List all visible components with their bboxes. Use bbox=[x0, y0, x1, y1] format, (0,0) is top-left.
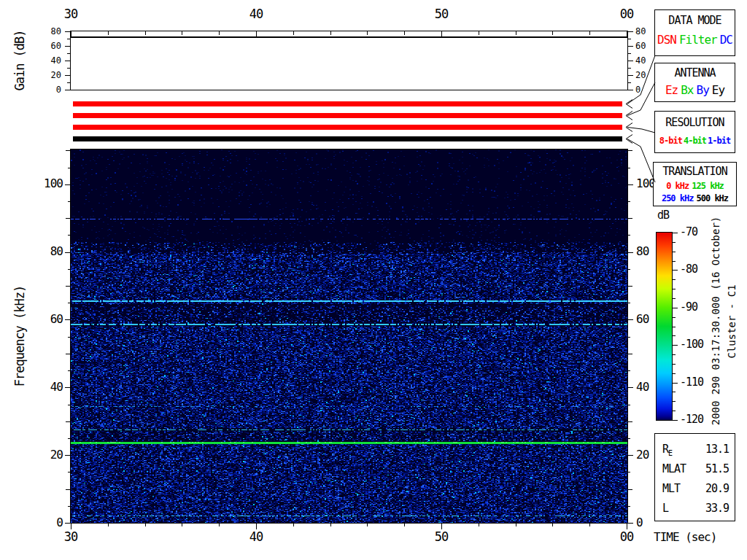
orbit-row-mlat: MLAT 51.5 bbox=[662, 464, 729, 478]
option-4bit: 4-bit bbox=[684, 136, 706, 145]
freq-ytick-label-left: 40 bbox=[29, 381, 63, 393]
orbit-value: 33.9 bbox=[705, 503, 729, 518]
translation-options-row1: 0 kHz125 kHz bbox=[654, 182, 736, 190]
top-xtick-label: 50 bbox=[435, 8, 448, 20]
antenna-options: EzBxByEy bbox=[655, 85, 735, 96]
colorbar-tick-label: -80 bbox=[680, 264, 697, 275]
colorbar-title: dB bbox=[657, 210, 669, 221]
top-xtick-label: 40 bbox=[249, 8, 263, 20]
freq-ytick-label-left: 60 bbox=[29, 314, 63, 325]
colorbar-tick-label: -120 bbox=[680, 414, 703, 425]
orbit-info-box: RE 13.1 MLAT 51.5 MLT 20.9 L 33.9 bbox=[654, 433, 735, 521]
gain-ytick-label-left: 80 bbox=[38, 27, 61, 36]
gain-ytick-label-left: 60 bbox=[38, 42, 61, 50]
orbit-label: MLT bbox=[662, 482, 680, 495]
gain-ytick-label-left: 0 bbox=[38, 85, 61, 94]
gain-panel bbox=[70, 31, 628, 90]
orbit-label: R bbox=[662, 443, 668, 456]
colorbar-tick-label: -100 bbox=[680, 339, 703, 350]
resolution-box: RESOLUTION 8-bit4-bit1-bit bbox=[654, 111, 735, 153]
orbit-label: MLAT bbox=[662, 462, 686, 475]
status-bar-resolution bbox=[73, 125, 622, 130]
option-250khz: 250 kHz bbox=[662, 194, 694, 203]
spacecraft-vertical-label: Cluster - C1 bbox=[726, 284, 738, 358]
translation-options-row2: 250 kHz500 kHz bbox=[654, 194, 736, 203]
option-ez: Ez bbox=[665, 85, 678, 96]
option-filter: Filter bbox=[679, 34, 717, 46]
orbit-value: 51.5 bbox=[705, 464, 729, 478]
option-ey: Ey bbox=[712, 85, 724, 96]
option-1bit: 1-bit bbox=[708, 136, 730, 145]
data-mode-options: DSNFilterDC bbox=[655, 34, 735, 46]
orbit-row-re: RE 13.1 bbox=[662, 444, 729, 459]
orbit-value: 13.1 bbox=[705, 444, 729, 459]
bottom-xtick-label: 50 bbox=[435, 531, 448, 543]
top-xtick-label: 00 bbox=[620, 8, 633, 20]
antenna-title: ANTENNA bbox=[655, 68, 735, 79]
antenna-box: ANTENNA EzBxByEy bbox=[654, 63, 735, 102]
freq-ytick-label-left: 80 bbox=[29, 246, 63, 257]
option-dc: DC bbox=[720, 34, 732, 46]
translation-box: TRANSLATION 0 kHz125 kHz 250 kHz500 kHz bbox=[653, 162, 737, 206]
option-bx: Bx bbox=[681, 85, 693, 96]
option-by: By bbox=[697, 85, 709, 96]
status-bar-data-mode bbox=[73, 101, 622, 106]
option-0khz: 0 kHz bbox=[666, 182, 689, 190]
colorbar-tick-label: -110 bbox=[680, 377, 703, 388]
arrow-head-resolution bbox=[626, 123, 632, 132]
option-8bit: 8-bit bbox=[659, 136, 682, 145]
top-xtick-label: 30 bbox=[64, 8, 77, 20]
orbit-row-mlt: MLT 20.9 bbox=[662, 483, 729, 498]
status-bar-antenna bbox=[73, 113, 622, 118]
gain-ytick-label-left: 20 bbox=[38, 71, 61, 79]
arrow-line-resolution bbox=[627, 128, 655, 133]
wbd-spectrogram-page: 30 40 50 00 Gain (dB) 80 60 40 20 0 80 6… bbox=[0, 0, 747, 560]
spectrogram-canvas bbox=[71, 149, 627, 523]
colorbar-tick-label: -70 bbox=[680, 227, 697, 238]
frequency-ylabel: Frequency (kHz) bbox=[14, 286, 26, 387]
freq-ytick-label-left: 20 bbox=[29, 449, 63, 461]
arrow-head-antenna bbox=[626, 112, 632, 120]
orbit-value: 20.9 bbox=[705, 483, 729, 498]
status-bar-translation bbox=[73, 136, 622, 141]
option-dsn: DSN bbox=[657, 34, 676, 46]
orbit-label: L bbox=[662, 502, 668, 515]
arrow-head-data-mode bbox=[626, 100, 632, 109]
time-axis-label: TIME (sec) bbox=[654, 532, 716, 543]
gain-ylabel: Gain (dB) bbox=[14, 30, 26, 90]
translation-title: TRANSLATION bbox=[654, 166, 736, 177]
gain-trace-line bbox=[71, 36, 627, 38]
datetime-vertical-label: 2000 290 03:17:30.000 (16 October) bbox=[710, 217, 721, 426]
colorbar bbox=[656, 232, 673, 421]
bottom-xtick-label: 30 bbox=[64, 531, 77, 543]
bottom-xtick-label: 00 bbox=[620, 531, 633, 543]
option-125khz: 125 kHz bbox=[692, 182, 724, 190]
data-mode-box: DATA MODE DSNFilterDC bbox=[654, 9, 735, 56]
arrow-head-translation bbox=[626, 135, 632, 144]
bottom-xtick-label: 40 bbox=[249, 531, 263, 543]
resolution-options: 8-bit4-bit1-bit bbox=[655, 136, 735, 145]
data-mode-title: DATA MODE bbox=[655, 15, 735, 26]
colorbar-tick-label: -90 bbox=[680, 302, 697, 313]
freq-ytick-label-left: 0 bbox=[29, 517, 63, 529]
option-500khz: 500 kHz bbox=[697, 194, 729, 203]
resolution-title: RESOLUTION bbox=[655, 117, 735, 128]
freq-ytick-label-left: 100 bbox=[29, 178, 63, 190]
gain-ytick-label-left: 40 bbox=[38, 56, 61, 65]
orbit-row-l: L 33.9 bbox=[662, 503, 729, 518]
